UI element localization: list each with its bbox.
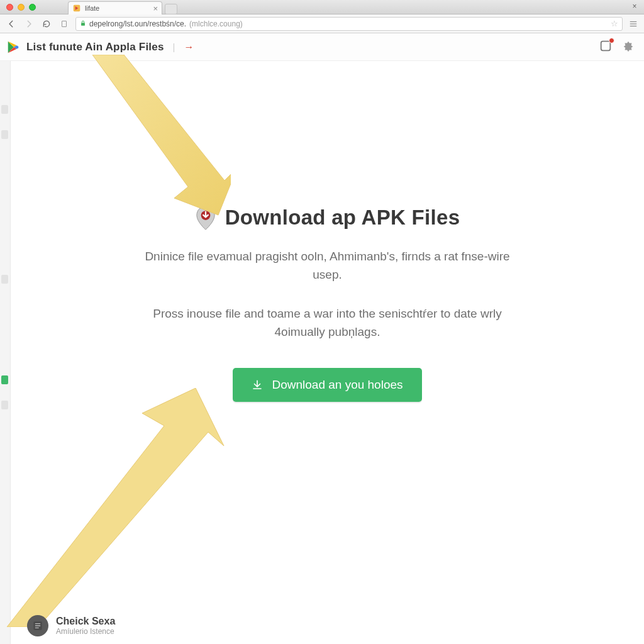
reload-icon [42, 19, 51, 28]
url-text-main: depelrong/lst.oun/restbśn/ce. [89, 19, 186, 28]
sidebar-stub [1, 375, 8, 384]
address-bar[interactable]: depelrong/lst.oun/restbśn/ce. (mlchlce.c… [75, 17, 623, 31]
hero-title: Download ap APK Files [225, 206, 460, 230]
arrow-right-icon [25, 19, 33, 28]
header-arrow-icon: → [184, 42, 194, 53]
minimize-window-button[interactable] [18, 4, 25, 11]
browser-toolbar: depelrong/lst.oun/restbśn/ce. (mlchlce.c… [0, 14, 644, 33]
sidebar-stub [1, 130, 8, 139]
tab-title: lifate [85, 4, 99, 12]
browser-tab[interactable]: lifate × [68, 1, 162, 14]
callout-arrow-bottom [7, 388, 233, 627]
sidebar-stub [1, 275, 8, 284]
window-close-icon[interactable]: × [629, 1, 640, 11]
page-header: List funute Ain Appla Files | → [0, 33, 644, 61]
notifications-button[interactable] [599, 39, 613, 55]
tab-close-icon[interactable]: × [153, 4, 158, 13]
reload-button[interactable] [40, 18, 53, 30]
footer-name: Cheick Sexa [56, 616, 115, 627]
sidebar-collapsed [0, 61, 10, 644]
svg-rect-4 [630, 23, 637, 24]
hero-paragraph-2: Pross inouse file and toame a war into t… [139, 304, 516, 341]
window-controls-mac [6, 4, 36, 11]
menu-icon[interactable] [628, 18, 639, 30]
download-button-label: Download an you holoes [272, 378, 402, 392]
svg-marker-9 [7, 388, 224, 627]
back-button[interactable] [5, 18, 18, 30]
download-icon [252, 379, 263, 391]
arrow-left-icon [7, 19, 16, 28]
sidebar-stub [1, 105, 8, 114]
notification-badge [609, 38, 614, 43]
footer-author: Cheick Sexa Amíulerio Istence [27, 615, 115, 636]
new-tab-button[interactable] [165, 4, 177, 14]
page-title: List funute Ain Appla Files [26, 41, 164, 53]
footer-subtitle: Amíulerio Istence [56, 627, 115, 636]
sidebar-stub [1, 401, 8, 409]
bookmark-star-icon[interactable]: ☆ [611, 19, 618, 28]
svg-rect-3 [630, 21, 637, 21]
close-window-button[interactable] [6, 4, 13, 11]
callout-arrow-top [86, 55, 231, 218]
home-button[interactable] [58, 18, 70, 30]
os-titlebar: lifate × × [0, 0, 644, 14]
download-marker-icon [195, 206, 216, 230]
svg-rect-1 [62, 21, 67, 26]
browser-tabstrip: lifate × [68, 1, 177, 14]
window-controls-right: × [629, 1, 640, 11]
url-text-rest: (mlchlce.coung) [189, 19, 243, 28]
svg-rect-2 [81, 23, 85, 26]
download-button[interactable]: Download an you holoes [233, 368, 421, 402]
lock-icon [80, 19, 86, 28]
extensions-icon[interactable] [621, 40, 635, 54]
toolbar-right [628, 18, 639, 30]
page-content: Download ap APK Files Dninice file evamu… [10, 61, 644, 644]
hero-paragraph-1: Dninice file evamual pragisht ooln, Ahmi… [139, 247, 516, 284]
svg-rect-5 [630, 25, 637, 26]
page-icon [60, 20, 68, 28]
hero-section: Download ap APK Files Dninice file evamu… [11, 206, 644, 402]
avatar-icon [27, 615, 48, 636]
maximize-window-button[interactable] [29, 4, 36, 11]
tab-favicon [72, 4, 81, 13]
svg-marker-8 [92, 55, 231, 215]
forward-button[interactable] [23, 18, 35, 30]
header-separator: | [173, 42, 175, 52]
play-store-icon [6, 40, 20, 54]
